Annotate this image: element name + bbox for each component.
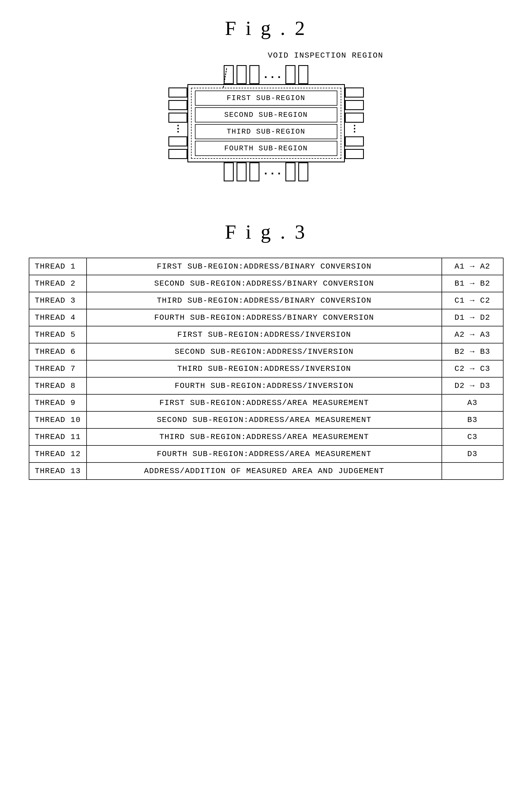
pin-bottom — [236, 162, 247, 181]
thread-name: THREAD 4 — [29, 309, 87, 326]
table-row: THREAD 1FIRST SUB-REGION:ADDRESS/BINARY … — [29, 258, 503, 275]
thread-desc: FIRST SUB-REGION:ADDRESS/AREA MEASUREMEN… — [87, 394, 441, 412]
pins-left: ⋮ — [168, 84, 187, 162]
fig2-title: F i g . 2 — [225, 17, 307, 40]
pin-bottom — [224, 162, 234, 181]
thread-state: B3 — [442, 412, 503, 428]
chip-body: ⋮ FIRST SUB-REGION SECOND SUB-REGION THI… — [168, 84, 364, 162]
pin-top — [236, 65, 247, 84]
sub-region-2: SECOND SUB-REGION — [195, 107, 337, 123]
thread-desc: SECOND SUB-REGION:ADDRESS/BINARY CONVERS… — [87, 275, 441, 292]
chip-inner: FIRST SUB-REGION SECOND SUB-REGION THIRD… — [187, 84, 345, 162]
thread-state: A3 — [442, 394, 503, 412]
table-row: THREAD 8FOURTH SUB-REGION:ADDRESS/INVERS… — [29, 377, 503, 394]
table-row: THREAD 6SECOND SUB-REGION:ADDRESS/INVERS… — [29, 343, 503, 360]
thread-desc: THIRD SUB-REGION:ADDRESS/BINARY CONVERSI… — [87, 292, 441, 309]
pin-right — [345, 113, 364, 123]
thread-desc: FIRST SUB-REGION:ADDRESS/BINARY CONVERSI… — [87, 258, 441, 275]
thread-desc: FOURTH SUB-REGION:ADDRESS/AREA MEASUREME… — [87, 445, 441, 462]
table-row: THREAD 5FIRST SUB-REGION:ADDRESS/INVERSI… — [29, 326, 503, 343]
thread-desc: SECOND SUB-REGION:ADDRESS/AREA MEASUREME… — [87, 412, 441, 428]
thread-name: THREAD 9 — [29, 394, 87, 412]
sub-region-3: THIRD SUB-REGION — [195, 124, 337, 139]
thread-desc: THIRD SUB-REGION:ADDRESS/AREA MEASUREMEN… — [87, 428, 441, 445]
pin-left — [168, 88, 187, 97]
thread-desc: ADDRESS/ADDITION OF MEASURED AREA AND JU… — [87, 462, 441, 479]
pin-left — [168, 100, 187, 110]
thread-state: D3 — [442, 445, 503, 462]
sub-region-4: FOURTH SUB-REGION — [195, 141, 337, 156]
thread-desc: FIRST SUB-REGION:ADDRESS/INVERSION — [87, 326, 441, 343]
pin-top — [285, 65, 296, 84]
thread-name: THREAD 8 — [29, 377, 87, 394]
thread-state: C1 → C2 — [442, 292, 503, 309]
pin-bottom — [285, 162, 296, 181]
pin-left — [168, 136, 187, 146]
chip-dashed-box: FIRST SUB-REGION SECOND SUB-REGION THIRD… — [191, 88, 341, 159]
void-label: VOID INSPECTION REGION — [268, 51, 383, 60]
thread-state: B1 → B2 — [442, 275, 503, 292]
thread-name: THREAD 1 — [29, 258, 87, 275]
thread-name: THREAD 10 — [29, 412, 87, 428]
thread-name: THREAD 2 — [29, 275, 87, 292]
table-row: THREAD 11THIRD SUB-REGION:ADDRESS/AREA M… — [29, 428, 503, 445]
pin-bottom — [298, 162, 308, 181]
table-row: THREAD 7THIRD SUB-REGION:ADDRESS/INVERSI… — [29, 360, 503, 377]
thread-desc: FOURTH SUB-REGION:ADDRESS/BINARY CONVERS… — [87, 309, 441, 326]
table-row: THREAD 12FOURTH SUB-REGION:ADDRESS/AREA … — [29, 445, 503, 462]
thread-desc: FOURTH SUB-REGION:ADDRESS/INVERSION — [87, 377, 441, 394]
thread-name: THREAD 5 — [29, 326, 87, 343]
pins-right: ⋮ — [345, 84, 364, 162]
thread-state-empty — [442, 462, 503, 479]
thread-state: A1 → A2 — [442, 258, 503, 275]
table-row: THREAD 13ADDRESS/ADDITION OF MEASURED AR… — [29, 462, 503, 479]
pin-top — [298, 65, 308, 84]
thread-name: THREAD 11 — [29, 428, 87, 445]
table-row: THREAD 3THIRD SUB-REGION:ADDRESS/BINARY … — [29, 292, 503, 309]
thread-state: D2 → D3 — [442, 377, 503, 394]
pin-left — [168, 113, 187, 123]
sub-region-1: FIRST SUB-REGION — [195, 91, 337, 106]
thread-name: THREAD 7 — [29, 360, 87, 377]
thread-state: B2 → B3 — [442, 343, 503, 360]
table-row: THREAD 9FIRST SUB-REGION:ADDRESS/AREA ME… — [29, 394, 503, 412]
thread-name: THREAD 12 — [29, 445, 87, 462]
thread-name: THREAD 6 — [29, 343, 87, 360]
pin-left — [168, 149, 187, 159]
pin-bottom — [249, 162, 260, 181]
thread-state: C3 — [442, 428, 503, 445]
fig3-table: THREAD 1FIRST SUB-REGION:ADDRESS/BINARY … — [29, 258, 504, 480]
pin-top — [249, 65, 260, 84]
thread-desc: THIRD SUB-REGION:ADDRESS/INVERSION — [87, 360, 441, 377]
fig2-diagram: VOID INSPECTION REGION ... ⋮ — [140, 51, 392, 181]
thread-state: C2 → C3 — [442, 360, 503, 377]
pin-right — [345, 88, 364, 97]
pin-right — [345, 100, 364, 110]
thread-state: A2 → A3 — [442, 326, 503, 343]
thread-name: THREAD 3 — [29, 292, 87, 309]
table-row: THREAD 4FOURTH SUB-REGION:ADDRESS/BINARY… — [29, 309, 503, 326]
thread-state: D1 → D2 — [442, 309, 503, 326]
chip-area: ... ⋮ FIRST SUB-REGION — [168, 65, 364, 181]
pin-right — [345, 149, 364, 159]
table-row: THREAD 2SECOND SUB-REGION:ADDRESS/BINARY… — [29, 275, 503, 292]
pin-right — [345, 136, 364, 146]
thread-name: THREAD 13 — [29, 462, 87, 479]
thread-desc: SECOND SUB-REGION:ADDRESS/INVERSION — [87, 343, 441, 360]
fig3-title: F i g . 3 — [225, 220, 307, 244]
table-row: THREAD 10SECOND SUB-REGION:ADDRESS/AREA … — [29, 412, 503, 428]
